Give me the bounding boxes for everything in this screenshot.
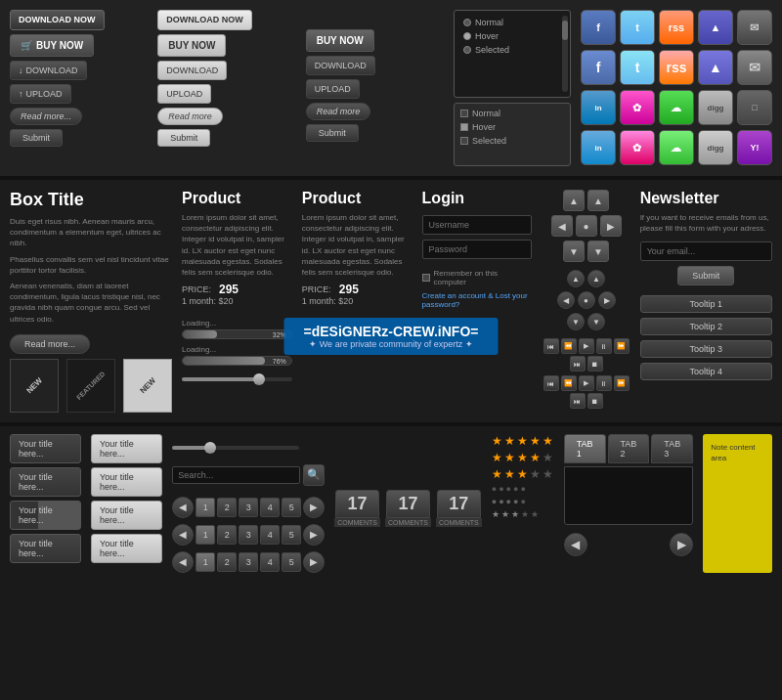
round-down2-btn[interactable]: ▼ xyxy=(587,313,605,330)
bot-slider-row[interactable] xyxy=(172,442,299,454)
list-item-2[interactable]: Your title here... xyxy=(10,467,81,497)
page-4c-btn[interactable]: 4 xyxy=(260,552,280,572)
page-5-btn[interactable]: 5 xyxy=(282,498,301,517)
media-prev2-btn[interactable]: ⏮ xyxy=(543,375,559,391)
social-email-1[interactable]: ✉ xyxy=(737,10,772,45)
star-4-5[interactable]: ★ xyxy=(543,451,553,464)
media-stop2-btn[interactable]: ⏹ xyxy=(587,393,603,409)
social-facebook-2[interactable]: f xyxy=(581,50,616,85)
star-d2-2[interactable]: ● xyxy=(499,497,503,506)
star-5-3[interactable]: ★ xyxy=(517,434,528,448)
box-read-more-btn[interactable]: Read more... xyxy=(10,334,90,354)
star-3-2[interactable]: ★ xyxy=(504,467,515,481)
tooltip-4[interactable]: Tooltip 4 xyxy=(640,363,772,380)
page-prev-2[interactable]: ◀ xyxy=(172,524,194,546)
media-fwd2-btn[interactable]: ⏩ xyxy=(614,375,630,391)
star-3-3[interactable]: ★ xyxy=(517,467,528,481)
social-rss-1[interactable]: rss xyxy=(659,10,694,45)
star-d3-4[interactable]: ★ xyxy=(521,509,529,519)
star-4-2[interactable]: ★ xyxy=(504,451,515,464)
social-flickr-2[interactable]: ✿ xyxy=(620,130,655,165)
list-item-light-2[interactable]: Your title here... xyxy=(91,467,162,497)
social-linkedin-1[interactable]: in xyxy=(581,90,616,125)
round-down-btn[interactable]: ▼ xyxy=(567,313,585,330)
media-next2-btn[interactable]: ⏭ xyxy=(570,393,586,409)
slider-thumb[interactable] xyxy=(253,373,265,385)
page-next-1[interactable]: ▶ xyxy=(303,497,325,518)
list-item-1[interactable]: Your title here... xyxy=(10,434,81,463)
media-pause-btn[interactable]: ⏸ xyxy=(596,338,612,354)
star-d3-3[interactable]: ★ xyxy=(511,509,519,519)
social-yahoo-1[interactable]: Y! xyxy=(737,130,772,165)
page-2-btn[interactable]: 2 xyxy=(217,498,237,517)
search-input[interactable] xyxy=(172,466,300,484)
newsletter-submit-btn[interactable]: Submit xyxy=(677,266,734,285)
media-pause2-btn[interactable]: ⏸ xyxy=(596,375,612,391)
star-5-1[interactable]: ★ xyxy=(492,434,502,448)
star-3-4[interactable]: ★ xyxy=(530,467,541,481)
list-item-light-1[interactable]: Your title here... xyxy=(91,434,162,463)
media-play-btn[interactable]: ▶ xyxy=(579,338,594,354)
social-chat-1[interactable]: ☁ xyxy=(659,90,694,125)
download-now-btn-1[interactable]: DOWNLOAD NOW xyxy=(10,10,105,30)
media-next-btn[interactable]: ⏭ xyxy=(570,356,586,372)
page-4-btn[interactable]: 4 xyxy=(260,498,280,517)
radio-selected-1[interactable]: Selected xyxy=(459,43,565,57)
nav-left-btn[interactable]: ◀ xyxy=(551,215,573,237)
create-account-link[interactable]: Create an account & Lost your password? xyxy=(422,291,533,309)
star-d2-5[interactable]: ● xyxy=(520,497,525,506)
page-1c-btn[interactable]: 1 xyxy=(196,552,215,572)
social-rss-2[interactable]: rss xyxy=(659,50,694,85)
social-digg-1[interactable]: digg xyxy=(698,90,733,125)
social-square-1[interactable]: □ xyxy=(737,90,772,125)
chk-normal[interactable]: Normal xyxy=(457,107,567,120)
newsletter-email-input[interactable] xyxy=(640,241,772,261)
star-d3-2[interactable]: ★ xyxy=(501,509,509,519)
page-1-btn[interactable]: 1 xyxy=(196,498,215,517)
social-dribbble-2[interactable]: ▲ xyxy=(698,50,733,85)
tab-2[interactable]: TAB 2 xyxy=(608,434,650,463)
page-3c-btn[interactable]: 3 xyxy=(239,552,258,572)
buy-now-btn-2[interactable]: BUY NOW xyxy=(157,34,226,57)
media-fwd-btn[interactable]: ⏩ xyxy=(614,338,630,354)
remember-checkbox[interactable] xyxy=(422,274,430,282)
radio-normal-1[interactable]: Normal xyxy=(459,16,565,29)
star-d3-1[interactable]: ★ xyxy=(492,509,500,519)
social-twitter-2[interactable]: t xyxy=(620,50,655,85)
social-digg-2[interactable]: digg xyxy=(698,130,733,165)
page-prev-1[interactable]: ◀ xyxy=(172,497,194,518)
bot-slider-thumb[interactable] xyxy=(204,442,216,454)
download-btn-2[interactable]: DOWNLOAD xyxy=(157,61,227,80)
round-up-btn[interactable]: ▲ xyxy=(567,270,585,287)
tooltip-3[interactable]: Tooltip 3 xyxy=(640,340,772,358)
star-d2-4[interactable]: ● xyxy=(513,497,518,506)
tab-1[interactable]: TAB 1 xyxy=(564,434,606,463)
page-4b-btn[interactable]: 4 xyxy=(260,525,280,545)
media-prev-btn[interactable]: ⏮ xyxy=(543,338,559,354)
password-input[interactable] xyxy=(422,240,533,259)
star-d-4[interactable]: ● xyxy=(513,484,518,494)
star-d2-1[interactable]: ● xyxy=(492,497,497,506)
media-stop-btn[interactable]: ⏹ xyxy=(587,356,603,372)
round-up2-btn[interactable]: ▲ xyxy=(587,270,605,287)
buy-now-btn-3[interactable]: BUY NOW xyxy=(306,29,374,52)
page-next-2[interactable]: ▶ xyxy=(303,524,325,546)
page-1b-btn[interactable]: 1 xyxy=(196,525,215,545)
chk-hover[interactable]: Hover xyxy=(457,120,567,134)
star-5-4[interactable]: ★ xyxy=(530,434,541,448)
nav-right-btn[interactable]: ▶ xyxy=(600,215,622,237)
star-3-1[interactable]: ★ xyxy=(492,467,502,481)
download-btn-3[interactable]: DOWNLOAD xyxy=(306,56,375,75)
star-d-5[interactable]: ● xyxy=(520,484,525,494)
star-5-2[interactable]: ★ xyxy=(504,434,515,448)
tooltip-2[interactable]: Tooltip 2 xyxy=(640,318,772,335)
comment-box-2[interactable]: 17 COMMENTS xyxy=(385,490,431,527)
star-d2-3[interactable]: ● xyxy=(506,497,511,506)
social-twitter-1[interactable]: t xyxy=(620,10,655,45)
read-more-btn-1[interactable]: Read more... xyxy=(10,108,82,125)
list-item-light-4[interactable]: Your title here... xyxy=(91,534,162,563)
star-4-3[interactable]: ★ xyxy=(517,451,528,464)
list-item-3[interactable]: Your title here... xyxy=(10,501,81,530)
page-5c-btn[interactable]: 5 xyxy=(282,552,301,572)
media-rew2-btn[interactable]: ⏪ xyxy=(561,375,577,391)
